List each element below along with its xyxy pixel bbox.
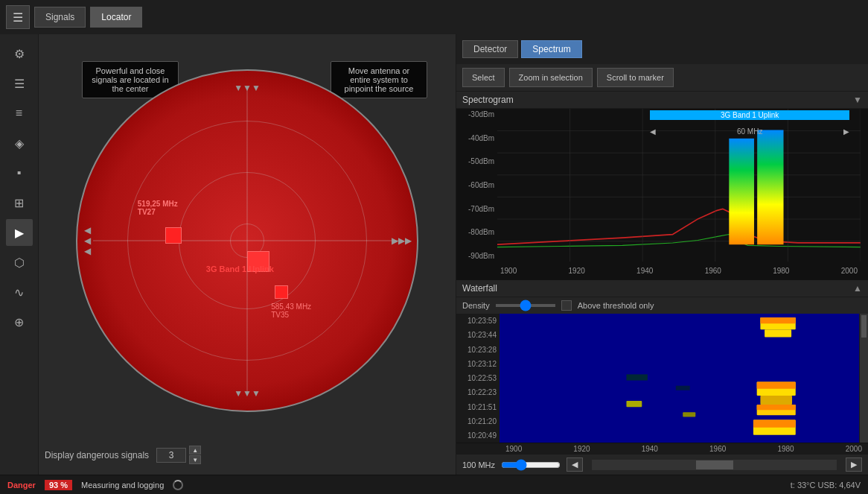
- status-right-info: t: 33°C USB: 4,64V: [791, 481, 861, 490]
- sidebar-icon-square[interactable]: ▪: [6, 159, 33, 186]
- svg-rect-19: [765, 329, 791, 337]
- band-label-bar: 3G Band 1 Uplink: [650, 110, 849, 120]
- svg-rect-24: [757, 405, 796, 410]
- sidebar-icon-image[interactable]: ⊞: [6, 189, 33, 216]
- tab-signals[interactable]: Signals: [34, 7, 86, 28]
- sidebar-icon-document[interactable]: ≡: [6, 100, 33, 127]
- status-bar: Danger 93 % Measuring and logging t: 33°…: [0, 475, 868, 494]
- waterfall-bottom-controls: 100 MHz ◀ ▶: [456, 455, 868, 475]
- waterfall-left-button[interactable]: ◀: [567, 457, 583, 472]
- scroll-to-marker-button[interactable]: Scroll to marker: [597, 68, 674, 87]
- dangerous-spin: ▲ ▼: [156, 446, 201, 464]
- band-width-indicator: ◀ 60 MHz ▶: [650, 125, 849, 137]
- crosshair-vertical: [247, 86, 248, 395]
- spectrogram-area: -30dBm -40dBm -50dBm -60dBm -70dBm -80dB…: [456, 109, 868, 280]
- above-threshold-label: Above threshold only: [578, 301, 654, 310]
- sidebar: ⚙ ☰ ≡ ◈ ▪ ⊞ ▶ ⬡ ∿ ⊕: [0, 34, 39, 475]
- waterfall-header: Waterfall ▲: [456, 280, 868, 297]
- locator-bottom-controls: Display dangerous signals ▲ ▼: [45, 441, 450, 469]
- waterfall-zoom-slider[interactable]: [501, 459, 561, 471]
- right-panel: Detector Spectrum Select Zoom in selecti…: [456, 34, 868, 475]
- danger-percent: 93 %: [45, 480, 72, 490]
- waterfall-scrollbar[interactable]: [859, 314, 868, 443]
- arrow-left: ◀◀◀: [83, 225, 93, 256]
- waterfall-canvas: [500, 314, 859, 443]
- arrow-top: ▼▼▼: [234, 83, 261, 93]
- radar-display: ▼▼▼ ▼▼▼ ◀◀◀ ▶▶▶ 519,25 MHzTV27 3G Band 1…: [76, 69, 418, 412]
- spin-down[interactable]: ▼: [189, 455, 201, 464]
- display-dangerous-label: Display dangerous signals: [45, 450, 149, 460]
- tab-detector[interactable]: Detector: [462, 40, 518, 58]
- waterfall-right-button[interactable]: ▶: [846, 457, 862, 472]
- svg-rect-16: [676, 386, 690, 390]
- signal-tv35-blob: [275, 285, 288, 299]
- tab-spectrum[interactable]: Spectrum: [521, 40, 581, 58]
- sidebar-icon-play[interactable]: ▶: [6, 219, 33, 246]
- spectrogram-collapse-arrow[interactable]: ▼: [853, 95, 862, 105]
- arrow-right: ▶▶▶: [392, 235, 412, 246]
- waterfall-scroll-area[interactable]: [592, 460, 837, 470]
- zoom-in-selection-button[interactable]: Zoom in selection: [509, 68, 593, 87]
- waterfall-x-axis: 1900 1920 1940 1960 1980 2000: [456, 443, 868, 455]
- spin-up[interactable]: ▲: [189, 446, 201, 455]
- spec-y-axis: -30dBm -40dBm -50dBm -60dBm -70dBm -80dB…: [456, 109, 497, 262]
- density-label: Density: [462, 301, 490, 310]
- waterfall-collapse-arrow[interactable]: ▲: [853, 283, 862, 294]
- top-bar: ☰ Signals Locator: [0, 0, 868, 34]
- waterfall-svg: [500, 314, 859, 443]
- svg-rect-8: [757, 130, 783, 244]
- svg-rect-14: [500, 314, 859, 443]
- sidebar-icon-plugin[interactable]: ⊕: [6, 308, 33, 335]
- sidebar-icon-settings[interactable]: ⚙: [6, 40, 33, 67]
- spec-chart: 3G Band 1 Uplink ◀ 60 MHz ▶: [497, 109, 861, 262]
- dangerous-value-input[interactable]: [156, 448, 186, 463]
- above-threshold-checkbox[interactable]: [561, 300, 572, 311]
- spin-arrows: ▲ ▼: [189, 446, 201, 464]
- svg-rect-7: [729, 139, 754, 244]
- select-button[interactable]: Select: [462, 68, 505, 87]
- hamburger-button[interactable]: ☰: [6, 5, 30, 29]
- waterfall-area: 10:23:59 10:23:44 10:23:28 10:23:12 10:2…: [456, 314, 868, 443]
- svg-rect-22: [760, 396, 792, 405]
- spectrogram-header: Spectrogram ▼: [456, 92, 868, 109]
- arrow-bottom: ▼▼▼: [234, 388, 261, 399]
- tab-locator[interactable]: Locator: [90, 7, 142, 28]
- spec-x-axis: 1900 1920 1940 1960 1980 2000: [497, 262, 861, 280]
- waterfall-section: Waterfall ▲ Density Above threshold only…: [456, 280, 868, 475]
- toolbar: Select Zoom in selection Scroll to marke…: [456, 64, 868, 92]
- spectrogram-title: Spectrogram: [462, 95, 514, 105]
- radar-container: Powerful and close signals are located i…: [45, 40, 450, 441]
- svg-rect-27: [626, 401, 642, 407]
- scrollbar-thumb[interactable]: [861, 315, 867, 338]
- sidebar-icon-list[interactable]: ☰: [6, 70, 33, 97]
- sidebar-icon-shield[interactable]: ⬡: [6, 249, 33, 276]
- svg-rect-18: [760, 317, 795, 323]
- waterfall-scroll-thumb[interactable]: [696, 460, 733, 469]
- svg-rect-26: [753, 419, 796, 427]
- waterfall-y-labels: 10:23:59 10:23:44 10:23:28 10:23:12 10:2…: [456, 314, 500, 443]
- svg-rect-21: [757, 382, 796, 389]
- waterfall-mhz-label: 100 MHz: [462, 460, 495, 469]
- sidebar-icon-signal[interactable]: ◈: [6, 130, 33, 156]
- signal-tv27-blob: [165, 227, 182, 244]
- loading-spinner: [173, 480, 183, 490]
- main-content: ⚙ ☰ ≡ ◈ ▪ ⊞ ▶ ⬡ ∿ ⊕ Powerful and close s…: [0, 34, 868, 475]
- signal-tv35-label: 585,43 MHzTV35: [271, 303, 311, 319]
- right-tabs: Detector Spectrum: [456, 34, 868, 64]
- density-slider[interactable]: [496, 304, 555, 307]
- sidebar-icon-chart[interactable]: ∿: [6, 279, 33, 305]
- signal-tv27-label: 519,25 MHzTV27: [138, 200, 178, 216]
- locator-panel: Powerful and close signals are located i…: [39, 34, 456, 475]
- signal-3g-label: 3G Band 1 Uplink: [206, 265, 274, 273]
- waterfall-title: Waterfall: [462, 283, 497, 294]
- status-text: Measuring and logging: [81, 481, 164, 490]
- svg-rect-15: [626, 374, 647, 380]
- waterfall-controls: Density Above threshold only: [456, 297, 868, 314]
- svg-rect-28: [683, 412, 695, 417]
- danger-label: Danger: [7, 481, 36, 490]
